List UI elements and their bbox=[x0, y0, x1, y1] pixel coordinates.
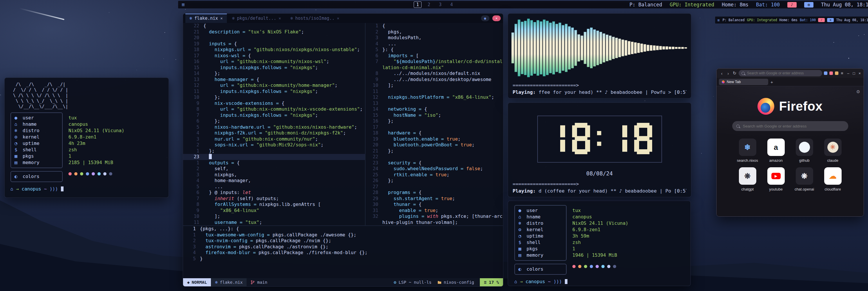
flake-nix-pane[interactable]: 22{21 description = "tux's NixOS Flake";… bbox=[183, 23, 365, 225]
volume-icon[interactable]: ♪ bbox=[787, 2, 797, 7]
code-line: 5 ... bbox=[183, 184, 365, 190]
fetch-terminal-left[interactable]: /\ _/\ _/\ _/| / \/ / \ / / \/ / | \ /\ … bbox=[4, 78, 169, 198]
close-editor-button[interactable]: × bbox=[492, 16, 501, 21]
shortcut-chatgpt[interactable]: ❋chatgpt bbox=[737, 167, 758, 192]
fetch-value: NixOS 24.11 (Vicuna) bbox=[572, 220, 628, 227]
eye-toggle-button[interactable]: ◉ bbox=[481, 16, 489, 21]
power-icon[interactable]: ⊙ bbox=[827, 18, 834, 22]
close-button[interactable]: × bbox=[859, 71, 861, 76]
url-input[interactable] bbox=[746, 71, 819, 76]
shortcut-cloudflare[interactable]: ☁cloudflare bbox=[822, 167, 844, 192]
editor-tab-2[interactable]: ❄hosts/isoImag..× bbox=[286, 13, 343, 23]
editor-tab-0[interactable]: ❄flake.nix× bbox=[185, 13, 227, 23]
pkgs-default-pane[interactable]: 1{pkgs, ...}: {1 tux-awesome-wm-config =… bbox=[183, 226, 503, 278]
reload-icon[interactable]: ↻ bbox=[732, 70, 737, 76]
user-icon: ● bbox=[519, 207, 524, 214]
separator-line: ======================> bbox=[513, 181, 686, 187]
scroll-percent: ≡ 17 % bbox=[480, 278, 503, 286]
code-line: 14 }; bbox=[183, 70, 365, 77]
volume-icon[interactable]: ♪ bbox=[818, 18, 825, 22]
code-line: 10 }; bbox=[183, 94, 365, 100]
code-line: 23 security = { bbox=[366, 160, 503, 166]
tab-close-icon[interactable]: × bbox=[337, 16, 339, 21]
clock-window[interactable]: 08/08/24 ======================> Playing… bbox=[508, 103, 691, 197]
user-icon: ● bbox=[14, 115, 20, 121]
fetch-value: zsh bbox=[68, 147, 124, 153]
iso-config-pane[interactable]: 1{2 pkgs,3 modulesPath,4 ...5}: {6 impor… bbox=[366, 23, 503, 225]
shortcut-label: github bbox=[799, 158, 809, 163]
power-icon[interactable]: ⊙ bbox=[804, 2, 813, 7]
editor-tab-1[interactable]: ❄pkgs/default...× bbox=[228, 13, 285, 23]
back-icon[interactable]: ‹ bbox=[719, 71, 724, 76]
shortcut-search.nixos[interactable]: ❄search.nixos bbox=[737, 139, 758, 163]
workspace-tag-4[interactable]: 4 bbox=[447, 1, 456, 8]
extension-blue-icon[interactable] bbox=[824, 71, 827, 75]
firefox-logo bbox=[757, 98, 774, 115]
workspace-tag-3[interactable]: 3 bbox=[436, 1, 444, 8]
code-line: 15 inputs.nixpkgs.follows = "nixpkgs"; bbox=[183, 65, 365, 71]
code-line: 14 networking = { bbox=[366, 106, 503, 112]
menu-icon[interactable]: ≡ bbox=[182, 2, 185, 7]
code-line: 11 inputs.nixpkgs.follows = "nixpkgs"; bbox=[183, 89, 365, 95]
code-line: 7 inputs.nixpkgs.follows = "nixpkgs"; bbox=[183, 112, 365, 118]
maximize-button[interactable]: □ bbox=[853, 71, 855, 76]
fetch-value: 2185 | 15394 MiB bbox=[68, 159, 124, 166]
shell-prompt[interactable]: ⌂ → canopus ~ ))) bbox=[10, 186, 163, 192]
personalize-gear-icon[interactable]: ⚙ bbox=[857, 89, 860, 94]
fetch-colors-box: ◐colors bbox=[514, 264, 566, 275]
fetch-row: ▦pkgs bbox=[14, 153, 59, 159]
audio-visualizer bbox=[512, 17, 687, 79]
bar-clock[interactable]: Thu Aug 08, 18:18 bbox=[836, 18, 868, 22]
shortcut-chat.openai[interactable]: ❋chat.openai bbox=[794, 167, 815, 192]
now-playing-block: ======================> Playing: ffee fo… bbox=[513, 82, 686, 96]
code-line: 31 enable = true; bbox=[366, 208, 503, 214]
shortcut-github[interactable]: github bbox=[794, 139, 815, 163]
chatgpt-icon: ❋ bbox=[744, 172, 751, 181]
nix-file-icon: ❄ bbox=[215, 280, 218, 285]
fetch-row: ●user bbox=[14, 115, 59, 121]
now-playing-text: Playing: d (coffee for your head) ** ♪ b… bbox=[513, 187, 686, 195]
minimize-button[interactable]: – bbox=[847, 71, 849, 76]
shortcut-claude[interactable]: ✳claude bbox=[822, 139, 844, 163]
tab-close-icon[interactable]: × bbox=[279, 16, 281, 21]
neovim-window[interactable]: ❄flake.nix×❄pkgs/default...×❄hosts/isoIm… bbox=[183, 13, 503, 287]
newtab-search-bar[interactable] bbox=[732, 121, 848, 131]
menu-icon[interactable]: ≡ bbox=[717, 18, 720, 22]
tab-close-icon[interactable]: × bbox=[220, 16, 222, 21]
kernel-icon: ⚙ bbox=[14, 134, 20, 140]
code-line: 9 nix-vscode-extensions = { bbox=[183, 100, 365, 107]
firefox-window[interactable]: ‹ › ↻ ≡ – □ × New Tab + ⚙ bbox=[716, 68, 864, 217]
shell-prompt[interactable]: ⌂ → canopus ~ ))) bbox=[514, 279, 684, 284]
extension-orange-icon[interactable] bbox=[835, 71, 838, 75]
new-tab-button[interactable]: + bbox=[771, 80, 773, 85]
workspace-tag-2[interactable]: 2 bbox=[425, 1, 433, 8]
bar-clock[interactable]: Thu Aug 08, 18:18 bbox=[821, 2, 868, 7]
fetch-value: 1 bbox=[68, 153, 124, 159]
fetch-value: tux bbox=[68, 115, 124, 121]
fetch-row: ◔uptime bbox=[519, 233, 562, 239]
fetch-terminal-right[interactable]: ●user⌂hname❄distro⚙kernel◔uptime$shell▦p… bbox=[508, 201, 691, 286]
extension-pink-icon[interactable] bbox=[829, 71, 833, 75]
code-line: 5 nixos-hardware.url = "github:nixos/nix… bbox=[183, 124, 365, 130]
fetch-value: 1 bbox=[572, 246, 628, 252]
workspace-tag-1[interactable]: 1 bbox=[414, 1, 422, 8]
forward-icon[interactable]: › bbox=[726, 71, 731, 76]
code-line: 2 self, bbox=[183, 166, 365, 172]
fetch-row: ⚙kernel bbox=[14, 134, 59, 140]
status-gpu: GPU: Integrated bbox=[670, 2, 714, 7]
cava-window[interactable]: ======================> Playing: ffee fo… bbox=[508, 13, 691, 98]
shortcut-label: chatgpt bbox=[741, 187, 754, 192]
shortcut-amazon[interactable]: aamazon bbox=[765, 139, 787, 163]
shortcut-grid: ❄search.nixosaamazongithub✳claude❋chatgp… bbox=[717, 139, 864, 192]
shortcut-youtube[interactable]: ▶youtube bbox=[765, 167, 787, 192]
hamburger-menu-icon[interactable]: ≡ bbox=[841, 71, 843, 76]
amazon-icon: a bbox=[774, 143, 778, 152]
url-bar[interactable] bbox=[739, 70, 822, 77]
tab-new-tab[interactable]: New Tab bbox=[719, 79, 768, 85]
code-line: 4 firefox-mod-blur = pkgs.callPackage ./… bbox=[183, 250, 503, 256]
status-battery: Bat: 100 bbox=[800, 18, 816, 22]
newtab-search-input[interactable] bbox=[742, 124, 844, 129]
code-line: 4 home-manager, bbox=[183, 178, 365, 184]
editor-splits[interactable]: 22{21 description = "tux's NixOS Flake";… bbox=[183, 23, 503, 225]
shortcut-label: claude bbox=[827, 158, 838, 163]
